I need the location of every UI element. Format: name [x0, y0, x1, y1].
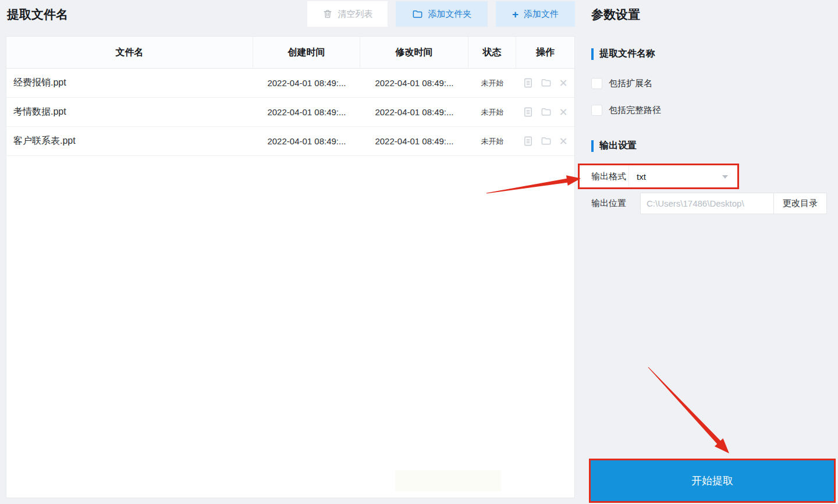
file-table: 文件名 创建时间 修改时间 状态 操作 经费报销.ppt 2022-04-01 … — [6, 36, 575, 498]
section-extract-filename: 提取文件名称 — [591, 48, 655, 60]
chevron-down-icon — [722, 175, 728, 179]
remove-icon[interactable]: ✕ — [559, 78, 567, 88]
column-header-actions: 操作 — [516, 37, 574, 68]
output-format-select[interactable]: txt — [628, 165, 737, 187]
modified-time: 2022-04-01 08:49:... — [360, 127, 468, 155]
folder-icon[interactable] — [541, 136, 552, 147]
start-button-highlight-box: 开始提取 — [589, 459, 836, 503]
section-accent-bar — [591, 48, 594, 60]
status-text: 未开始 — [468, 127, 516, 155]
settings-panel-title: 参数设置 — [591, 6, 640, 23]
checkbox-include-fullpath[interactable]: 包括完整路径 — [591, 105, 661, 116]
remove-icon[interactable]: ✕ — [559, 107, 567, 118]
annotation-arrow-to-start — [648, 367, 729, 453]
folder-icon[interactable] — [541, 107, 552, 118]
status-text: 未开始 — [468, 98, 516, 126]
plus-icon: + — [512, 9, 519, 20]
checkbox-include-extension-label: 包括扩展名 — [609, 78, 652, 89]
output-location-row: 输出位置 更改目录 — [591, 193, 827, 214]
add-file-button[interactable]: + 添加文件 — [496, 1, 575, 27]
document-icon[interactable] — [523, 107, 534, 118]
start-extract-button[interactable]: 开始提取 — [591, 460, 834, 501]
table-header-row: 文件名 创建时间 修改时间 状态 操作 — [6, 37, 574, 69]
table-row: 客户联系表.ppt 2022-04-01 08:49:... 2022-04-0… — [6, 127, 574, 156]
created-time: 2022-04-01 08:49:... — [253, 127, 360, 155]
modified-time: 2022-04-01 08:49:... — [360, 98, 468, 126]
add-folder-button[interactable]: 添加文件夹 — [396, 1, 488, 27]
created-time: 2022-04-01 08:49:... — [253, 69, 360, 97]
file-name: 经费报销.ppt — [6, 69, 253, 97]
table-row: 经费报销.ppt 2022-04-01 08:49:... 2022-04-01… — [6, 69, 574, 98]
section-output-settings: 输出设置 — [591, 140, 637, 152]
output-location-input[interactable] — [640, 193, 774, 214]
clear-list-button[interactable]: 清空列表 — [307, 1, 388, 27]
column-header-status: 状态 — [468, 37, 516, 68]
change-directory-button[interactable]: 更改目录 — [774, 193, 827, 214]
column-header-modified: 修改时间 — [360, 37, 468, 68]
output-format-value: txt — [637, 172, 646, 182]
output-format-highlight-box: 输出格式 txt — [578, 164, 739, 189]
folder-icon[interactable] — [541, 77, 552, 88]
clear-list-label: 清空列表 — [338, 9, 373, 20]
modified-time: 2022-04-01 08:49:... — [360, 69, 468, 97]
page-title: 提取文件名 — [7, 6, 68, 23]
output-format-label: 输出格式 — [580, 171, 628, 182]
column-header-created: 创建时间 — [253, 37, 360, 68]
watermark — [395, 470, 501, 491]
remove-icon[interactable]: ✕ — [559, 136, 567, 147]
checkbox-icon[interactable] — [591, 105, 602, 116]
table-row: 考情数据.ppt 2022-04-01 08:49:... 2022-04-01… — [6, 98, 574, 127]
file-name: 客户联系表.ppt — [6, 127, 253, 155]
folder-icon — [412, 9, 423, 20]
checkbox-include-fullpath-label: 包括完整路径 — [609, 105, 661, 116]
checkbox-include-extension[interactable]: 包括扩展名 — [591, 78, 652, 89]
status-text: 未开始 — [468, 69, 516, 97]
section-output-label: 输出设置 — [599, 140, 637, 152]
document-icon[interactable] — [523, 136, 534, 147]
checkbox-icon[interactable] — [591, 78, 602, 89]
output-location-label: 输出位置 — [591, 198, 640, 209]
section-extract-label: 提取文件名称 — [599, 48, 655, 60]
file-name: 考情数据.ppt — [6, 98, 253, 126]
trash-icon — [322, 9, 333, 19]
created-time: 2022-04-01 08:49:... — [253, 98, 360, 126]
column-header-filename: 文件名 — [6, 37, 253, 68]
add-folder-label: 添加文件夹 — [428, 9, 472, 20]
document-icon[interactable] — [523, 77, 534, 88]
add-file-label: 添加文件 — [524, 9, 559, 20]
section-accent-bar — [591, 140, 594, 152]
